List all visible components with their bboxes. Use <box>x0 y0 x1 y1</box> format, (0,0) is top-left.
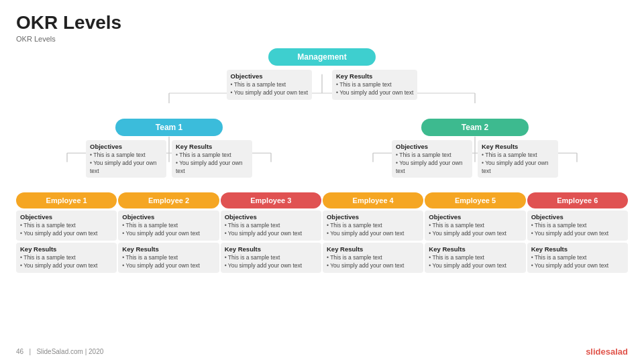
emp3-kr-title: Key Results <box>225 245 317 253</box>
list-item: You simply add your own text <box>396 160 468 176</box>
emp5-obj-title: Objectives <box>429 213 521 221</box>
list-item: This is a sample text <box>225 222 317 230</box>
chart-area: Management Objectives This is a sample t… <box>16 48 628 273</box>
team2-keyresults-list: This is a sample text You simply add you… <box>482 152 554 176</box>
connector-spacer-2 <box>16 178 628 192</box>
slide-title: OKR Levels <box>16 12 628 34</box>
emp6-info: Objectives This is a sample text You sim… <box>527 210 628 273</box>
management-keyresults-box: Key Results This is a sample text You si… <box>332 70 417 100</box>
list-item: This is a sample text <box>531 254 624 262</box>
list-item: This is a sample text <box>122 222 215 230</box>
emp3-obj-title: Objectives <box>225 213 317 221</box>
list-item: You simply add your own text <box>225 262 317 270</box>
list-item: You simply add your own text <box>531 230 624 238</box>
emp6-objectives-box: Objectives This is a sample text You sim… <box>527 210 628 241</box>
list-item: This is a sample text <box>327 254 419 262</box>
team2-objectives-box: Objectives This is a sample text You sim… <box>392 140 472 178</box>
emp3-obj-list: This is a sample text You simply add you… <box>225 222 317 238</box>
employee1-section: Employee 1 Objectives This is a sample t… <box>16 192 117 273</box>
employee5-section: Employee 5 Objectives This is a sample t… <box>425 192 525 273</box>
emp5-keyresults-box: Key Results This is a sample text You si… <box>425 243 525 273</box>
team1-objectives-list: This is a sample text You simply add you… <box>90 152 162 176</box>
emp3-objectives-box: Objectives This is a sample text You sim… <box>221 210 321 241</box>
emp1-kr-list: This is a sample text You simply add you… <box>20 254 113 270</box>
management-keyresults-list: This is a sample text You simply add you… <box>336 81 413 97</box>
emp2-kr-list: This is a sample text You simply add you… <box>122 254 215 270</box>
list-item: You simply add your own text <box>20 230 113 238</box>
list-item: You simply add your own text <box>122 230 215 238</box>
emp3-kr-list: This is a sample text You simply add you… <box>225 254 317 270</box>
slide: OKR Levels OKR Levels <box>0 0 644 362</box>
list-item: You simply add your own text <box>20 262 113 270</box>
emp4-kr-title: Key Results <box>327 245 419 253</box>
management-pill: Management <box>268 48 376 66</box>
employee6-pill: Employee 6 <box>527 192 628 208</box>
footer-left: 46 | SlideSalad.com | 2020 <box>16 348 103 355</box>
slide-subtitle: OKR Levels <box>16 35 628 43</box>
list-item: This is a sample text <box>531 222 624 230</box>
emp2-obj-title: Objectives <box>122 213 215 221</box>
list-item: You simply add your own text <box>429 230 521 238</box>
brand-accent: salad <box>606 347 628 357</box>
management-keyresults-title: Key Results <box>336 72 413 80</box>
employee4-section: Employee 4 Objectives This is a sample t… <box>323 192 423 273</box>
emp3-info: Objectives This is a sample text You sim… <box>221 210 321 273</box>
list-item: You simply add your own text <box>225 230 317 238</box>
list-item: You simply add your own text <box>336 89 413 97</box>
list-item: You simply add your own text <box>531 262 624 270</box>
list-item: This is a sample text <box>429 254 521 262</box>
management-objectives-list: This is a sample text You simply add you… <box>231 81 308 97</box>
employee5-pill: Employee 5 <box>425 192 525 208</box>
emp6-obj-list: This is a sample text You simply add you… <box>531 222 624 238</box>
footer-brand: slidesalad <box>586 347 628 357</box>
emp5-obj-list: This is a sample text You simply add you… <box>429 222 521 238</box>
brand-plain: slide <box>586 347 606 357</box>
emp4-kr-list: This is a sample text You simply add you… <box>327 254 419 270</box>
list-item: You simply add your own text <box>122 262 215 270</box>
team2-info-row: Objectives This is a sample text You sim… <box>392 140 558 178</box>
team2-section: Team 2 Objectives This is a sample text … <box>322 119 628 178</box>
team2-keyresults-title: Key Results <box>482 143 554 150</box>
emp4-obj-title: Objectives <box>327 213 419 221</box>
management-objectives-title: Objectives <box>231 72 308 80</box>
team1-section: Team 1 Objectives This is a sample text … <box>16 119 322 178</box>
teams-section: Team 1 Objectives This is a sample text … <box>16 119 628 178</box>
team1-objectives-title: Objectives <box>90 143 162 150</box>
list-item: This is a sample text <box>327 222 419 230</box>
management-info-row: Objectives This is a sample text You sim… <box>227 70 418 100</box>
emp1-objectives-box: Objectives This is a sample text You sim… <box>16 210 117 241</box>
emp5-objectives-box: Objectives This is a sample text You sim… <box>425 210 525 241</box>
list-item: You simply add your own text <box>429 262 521 270</box>
team1-objectives-box: Objectives This is a sample text You sim… <box>86 140 166 178</box>
team2-keyresults-box: Key Results This is a sample text You si… <box>478 140 558 178</box>
employees-section: Employee 1 Objectives This is a sample t… <box>16 192 628 273</box>
footer: 46 | SlideSalad.com | 2020 slidesalad <box>0 347 644 357</box>
team2-pill: Team 2 <box>421 119 529 136</box>
list-item: You simply add your own text <box>327 262 419 270</box>
page-number: 46 <box>16 348 23 355</box>
list-item: This is a sample text <box>231 81 308 89</box>
team1-info-row: Objectives This is a sample text You sim… <box>86 140 252 178</box>
list-item: This is a sample text <box>396 152 468 160</box>
list-item: This is a sample text <box>122 254 215 262</box>
emp4-keyresults-box: Key Results This is a sample text You si… <box>323 243 423 273</box>
employee2-pill: Employee 2 <box>118 192 219 208</box>
emp2-keyresults-box: Key Results This is a sample text You si… <box>118 243 219 273</box>
emp5-kr-list: This is a sample text You simply add you… <box>429 254 521 270</box>
list-item: This is a sample text <box>176 152 248 160</box>
list-item: This is a sample text <box>429 222 521 230</box>
employee2-section: Employee 2 Objectives This is a sample t… <box>118 192 219 273</box>
list-item: You simply add your own text <box>176 160 248 176</box>
emp6-kr-title: Key Results <box>531 245 624 253</box>
team1-pill: Team 1 <box>115 119 223 136</box>
employee3-pill: Employee 3 <box>221 192 321 208</box>
emp1-obj-title: Objectives <box>20 213 113 221</box>
emp2-info: Objectives This is a sample text You sim… <box>118 210 219 273</box>
list-item: This is a sample text <box>20 222 113 230</box>
emp1-kr-title: Key Results <box>20 245 113 253</box>
list-item: You simply add your own text <box>327 230 419 238</box>
emp2-objectives-box: Objectives This is a sample text You sim… <box>118 210 219 241</box>
connector-spacer-1 <box>16 100 628 119</box>
emp2-obj-list: This is a sample text You simply add you… <box>122 222 215 238</box>
emp5-kr-title: Key Results <box>429 245 521 253</box>
